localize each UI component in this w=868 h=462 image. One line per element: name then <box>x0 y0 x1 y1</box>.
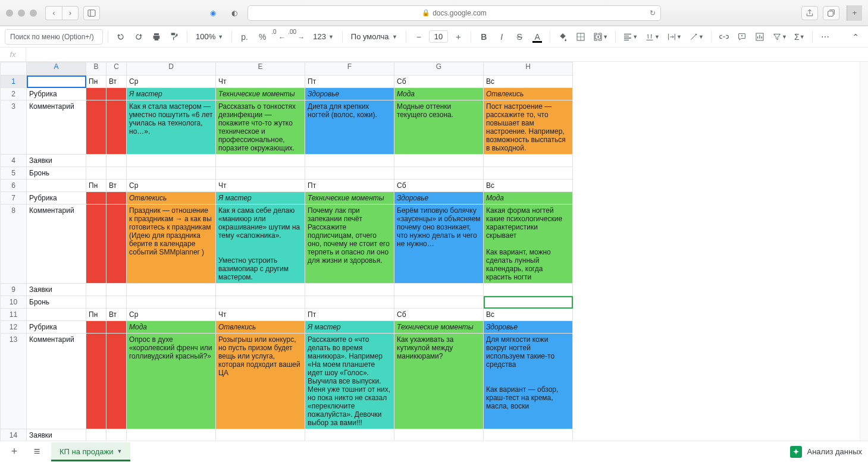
cell[interactable] <box>216 296 305 309</box>
align-h-button[interactable]: ▼ <box>621 29 640 45</box>
cell[interactable] <box>86 321 106 334</box>
cell[interactable]: Бронь <box>27 296 86 309</box>
close-window-icon[interactable] <box>6 10 13 17</box>
italic-button[interactable]: I <box>494 29 509 45</box>
row-header[interactable]: 11 <box>1 309 27 321</box>
column-header[interactable]: A <box>27 62 86 76</box>
wrap-button[interactable]: ▼ <box>665 29 684 45</box>
analyze-data-button[interactable]: ✦ Анализ данных <box>790 446 862 458</box>
cell[interactable] <box>127 167 216 180</box>
link-button[interactable] <box>716 29 732 45</box>
cell[interactable]: Здоровье <box>305 88 394 100</box>
cell[interactable] <box>86 167 106 180</box>
cell[interactable] <box>305 284 394 296</box>
cell[interactable] <box>27 180 86 192</box>
increase-decimal-button[interactable]: .00→ <box>290 29 307 45</box>
font-size-increase[interactable]: + <box>450 29 466 45</box>
sheet-tab-active[interactable]: КП на продажи ▼ <box>51 442 130 461</box>
cell[interactable] <box>86 296 106 309</box>
merge-cells-button[interactable]: ▼ <box>591 29 610 45</box>
decrease-decimal-button[interactable]: .0← <box>272 29 288 45</box>
font-size-decrease[interactable]: − <box>411 29 427 45</box>
cell[interactable] <box>86 205 106 284</box>
add-sheet-button[interactable]: + <box>6 444 23 460</box>
cell[interactable]: Комментарий <box>27 205 86 284</box>
cell[interactable]: Пн <box>86 180 106 192</box>
vertical-scrollbar[interactable] <box>860 62 868 441</box>
cell[interactable] <box>394 167 484 180</box>
cell[interactable] <box>86 155 106 167</box>
cell[interactable]: Как ухаживать за кутикулой между маникюр… <box>394 334 484 429</box>
column-header[interactable]: C <box>106 62 127 76</box>
cell[interactable] <box>106 155 127 167</box>
row-header[interactable]: 8 <box>1 205 27 284</box>
cell[interactable]: Чт <box>216 76 305 88</box>
cell[interactable] <box>127 429 216 441</box>
address-bar[interactable]: 🔒 docs.google.com ↻ <box>247 5 661 21</box>
cell[interactable]: Модные оттенки текущего сезона. <box>394 100 484 155</box>
back-button[interactable]: ‹ <box>45 6 62 20</box>
cell[interactable] <box>86 334 106 429</box>
cell[interactable]: Я мастер <box>216 192 305 205</box>
cell[interactable]: Праздник — отношение к праздникам → а ка… <box>127 205 216 284</box>
cell[interactable]: Сб <box>394 180 484 192</box>
cell[interactable] <box>106 192 127 205</box>
row-header[interactable]: 3 <box>1 100 27 155</box>
cell[interactable] <box>216 155 305 167</box>
cell[interactable]: Мода <box>394 88 484 100</box>
cell[interactable] <box>394 296 484 309</box>
print-button[interactable] <box>149 29 164 45</box>
cell[interactable]: Чт <box>216 180 305 192</box>
cell[interactable]: Пн <box>86 309 106 321</box>
row-header[interactable]: 7 <box>1 192 27 205</box>
cell[interactable] <box>106 296 127 309</box>
font-family-select[interactable]: По умолча...▼ <box>347 32 401 41</box>
cell[interactable]: Чт <box>216 309 305 321</box>
align-v-button[interactable]: ▼ <box>643 29 662 45</box>
rotate-button[interactable]: ▼ <box>687 29 706 45</box>
cell[interactable]: Отвлекись <box>484 88 573 100</box>
cell[interactable]: Рубрика <box>27 192 86 205</box>
cell[interactable]: Какая форма ногтей какие психологические… <box>484 205 573 284</box>
filter-button[interactable]: ▼ <box>770 29 789 45</box>
cell[interactable] <box>484 155 573 167</box>
font-size-input[interactable]: 10 <box>429 30 448 43</box>
strikethrough-button[interactable]: S <box>512 29 527 45</box>
cell[interactable] <box>216 429 305 441</box>
row-header[interactable]: 9 <box>1 284 27 296</box>
reload-icon[interactable]: ↻ <box>650 9 656 17</box>
column-header[interactable]: E <box>216 62 305 76</box>
row-header[interactable]: 1 <box>1 76 27 88</box>
cell[interactable] <box>484 429 573 441</box>
reader-button[interactable]: ◐ <box>226 6 243 20</box>
cell[interactable] <box>106 429 127 441</box>
cell[interactable]: Пт <box>305 76 394 88</box>
font-color-button[interactable]: A <box>529 29 545 45</box>
cell[interactable]: Мода <box>484 192 573 205</box>
cell[interactable] <box>86 284 106 296</box>
cell[interactable]: Технические моменты <box>305 192 394 205</box>
new-tab-button[interactable]: + <box>847 5 862 21</box>
column-header[interactable]: H <box>484 62 573 76</box>
cell[interactable] <box>106 88 127 100</box>
cell[interactable] <box>305 155 394 167</box>
paint-format-button[interactable] <box>167 29 182 45</box>
cell[interactable] <box>127 155 216 167</box>
cell[interactable] <box>394 284 484 296</box>
maximize-window-icon[interactable] <box>30 10 37 17</box>
cell[interactable]: Бронь <box>27 167 86 180</box>
cell[interactable]: Технические моменты <box>394 321 484 334</box>
cell[interactable] <box>305 429 394 441</box>
cell[interactable]: Отвлекись <box>216 321 305 334</box>
row-header[interactable]: 10 <box>1 296 27 309</box>
cell[interactable] <box>106 284 127 296</box>
cell[interactable]: Берём типовую болячку «заусенцы» и объяс… <box>394 205 484 284</box>
cell[interactable] <box>27 309 86 321</box>
cell[interactable]: Вт <box>106 180 127 192</box>
all-sheets-button[interactable]: ≡ <box>29 444 45 460</box>
cell[interactable]: Здоровье <box>484 321 573 334</box>
cell[interactable]: Заявки <box>27 284 86 296</box>
borders-button[interactable] <box>573 29 588 45</box>
cell[interactable]: Розыгрыш или конкурс, но пусть призом бу… <box>216 334 305 429</box>
redo-button[interactable] <box>131 29 146 45</box>
